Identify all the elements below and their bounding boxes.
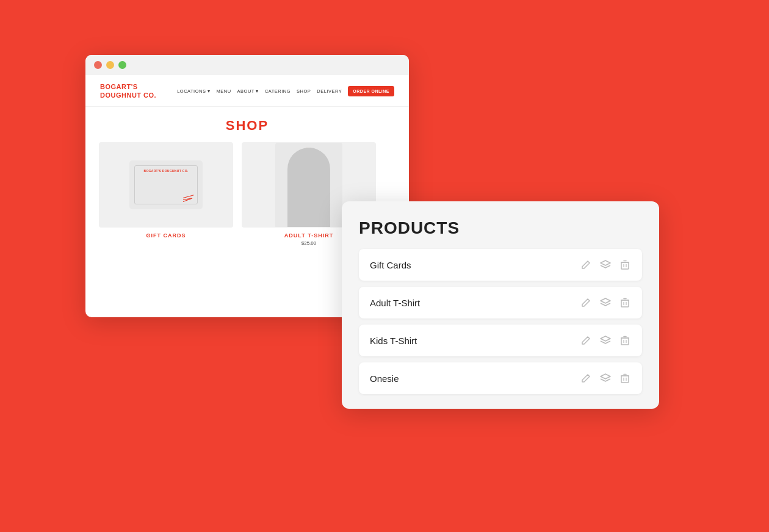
minimize-dot[interactable]: [106, 61, 114, 69]
close-dot[interactable]: [94, 61, 102, 69]
nav-links: LOCATIONS ▾ MENU ABOUT ▾ CATERING SHOP D…: [177, 86, 394, 96]
nav-delivery[interactable]: DELIVERY: [317, 88, 342, 94]
product-row-name-adult-tshirt: Adult T-Shirt: [370, 298, 420, 308]
layers-adult-tshirt-button[interactable]: [599, 297, 612, 309]
product-name-gift-cards: GIFT CARDS: [99, 228, 233, 240]
layers-kids-tshirt-button[interactable]: [599, 334, 612, 347]
delete-adult-tshirt-button[interactable]: [619, 297, 631, 309]
nav-locations[interactable]: LOCATIONS ▾: [177, 88, 210, 94]
product-row-name-onesie: Onesie: [370, 373, 399, 384]
gift-card-logo-text: BOGART'S DOUGHNUT CO.: [129, 169, 203, 173]
product-row-kids-tshirt: Kids T-Shirt: [359, 325, 642, 356]
product-row-actions-gift-cards: [580, 259, 631, 271]
delete-kids-tshirt-button[interactable]: [619, 334, 631, 347]
layers-onesie-button[interactable]: [599, 372, 612, 384]
svg-marker-15: [601, 374, 610, 379]
svg-rect-11: [621, 338, 629, 345]
gift-card-art: BOGART'S DOUGHNUT CO.: [129, 160, 203, 209]
product-row-actions-adult-tshirt: [580, 297, 631, 309]
order-online-button[interactable]: ORDER ONLINE: [348, 86, 394, 96]
product-row-onesie: Onesie: [359, 362, 642, 394]
nav-shop[interactable]: SHOP: [297, 88, 311, 94]
layers-gift-cards-button[interactable]: [599, 259, 612, 271]
product-row-name-gift-cards: Gift Cards: [370, 260, 411, 270]
nav-about[interactable]: ABOUT ▾: [237, 88, 259, 94]
tshirt-person-art: [275, 143, 342, 227]
shop-page-title: SHOP: [85, 107, 409, 142]
delete-onesie-button[interactable]: [619, 372, 631, 384]
product-card-gift-cards[interactable]: BOGART'S DOUGHNUT CO. GIFT CARDS: [99, 142, 233, 246]
products-panel: PRODUCTS Gift Cards: [342, 201, 659, 409]
svg-rect-6: [621, 300, 629, 307]
nav-catering[interactable]: CATERING: [265, 88, 291, 94]
edit-adult-tshirt-button[interactable]: [580, 297, 592, 309]
shop-nav: BOGART'S DOUGHNUT CO. LOCATIONS ▾ MENU A…: [85, 75, 409, 107]
edit-onesie-button[interactable]: [580, 372, 592, 384]
product-row-gift-cards: Gift Cards: [359, 249, 642, 281]
svg-rect-1: [621, 262, 629, 269]
svg-rect-16: [621, 376, 629, 383]
product-image-gift-cards: BOGART'S DOUGHNUT CO.: [99, 142, 233, 228]
svg-marker-5: [601, 298, 610, 303]
products-panel-title: PRODUCTS: [359, 218, 642, 238]
product-row-actions-onesie: [580, 372, 631, 384]
person-body: [287, 148, 330, 227]
svg-marker-10: [601, 336, 610, 341]
edit-kids-tshirt-button[interactable]: [580, 334, 592, 347]
browser-chrome: [85, 55, 409, 75]
product-row-name-kids-tshirt: Kids T-Shirt: [370, 336, 417, 346]
svg-marker-0: [601, 261, 610, 265]
nav-menu[interactable]: MENU: [217, 88, 231, 94]
edit-gift-cards-button[interactable]: [580, 259, 592, 271]
product-row-actions-kids-tshirt: [580, 334, 631, 347]
maximize-dot[interactable]: [118, 61, 126, 69]
delete-gift-cards-button[interactable]: [619, 259, 631, 271]
brand-logo: BOGART'S DOUGHNUT CO.: [100, 82, 156, 100]
product-row-adult-tshirt: Adult T-Shirt: [359, 287, 642, 318]
gift-card-decoration: [183, 198, 194, 202]
